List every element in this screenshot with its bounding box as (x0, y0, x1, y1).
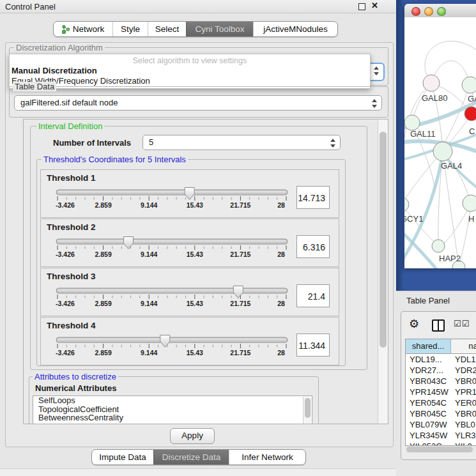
svg-text:28: 28 (277, 349, 285, 357)
tab-network[interactable]: Network (54, 22, 112, 36)
svg-text:28: 28 (277, 300, 285, 307)
panel-title: Control Panel (5, 2, 56, 12)
number-of-intervals-combobox[interactable]: 5 (142, 135, 341, 150)
network-node[interactable] (423, 75, 440, 91)
table-horizontal-scrollbar[interactable] (405, 446, 476, 453)
table-row[interactable]: YBL079WYBL0 (406, 420, 476, 431)
split-columns-icon[interactable] (432, 319, 445, 332)
attribute-list-item[interactable]: BetweennessCentrality (33, 413, 312, 422)
close-traffic-light-icon[interactable] (411, 7, 420, 16)
table-panel-title: Table Panel (406, 296, 450, 305)
network-node[interactable] (464, 107, 476, 121)
node-attribute-table[interactable]: shared...na YDL19...YDL1YDR27...YDR2YBR0… (405, 339, 476, 446)
svg-text:2.859: 2.859 (95, 250, 111, 258)
network-window-titlebar[interactable] (404, 4, 476, 18)
table-cell[interactable]: YBL0 (451, 420, 476, 431)
table-row[interactable]: YDR27...YDR2 (406, 365, 476, 376)
network-node[interactable] (404, 197, 409, 211)
table-data-combobox[interactable]: galFiltered.sif default node (14, 95, 382, 111)
table-cell[interactable]: YPR145W (406, 387, 451, 398)
list-scrollbar[interactable] (303, 397, 311, 424)
tab-discretize-data[interactable]: Discretize Data (153, 450, 229, 464)
threshold-value-field[interactable]: 6.316 (296, 235, 330, 258)
zoom-traffic-light-icon[interactable] (437, 7, 446, 16)
apply-button[interactable]: Apply (170, 428, 215, 444)
table-cell[interactable]: YDL1 (451, 355, 476, 365)
network-node[interactable] (433, 142, 452, 161)
table-cell[interactable]: YLR345W (406, 431, 451, 441)
tab-select[interactable]: Select (148, 22, 186, 36)
table-cell[interactable]: YBL079W (406, 420, 451, 431)
thresholds-group-title: Threshold's Coordinates for 5 Intervals (42, 155, 188, 164)
settings-scroll-area: Interval Definition Number of Intervals … (23, 119, 388, 424)
table-row[interactable]: YLR345WYLR3 (406, 431, 476, 441)
threshold-slider[interactable]: -3.4262.8599.14415.4321.71528 (55, 234, 298, 263)
tab-style[interactable]: Style (112, 22, 148, 36)
table-cell[interactable]: YBR043C (406, 376, 451, 387)
network-node[interactable] (463, 195, 476, 211)
table-cell[interactable]: YBR045C (406, 409, 451, 420)
network-node-label: GA (468, 94, 476, 104)
svg-text:-3.426: -3.426 (56, 349, 75, 357)
table-row[interactable]: YDL19...YDL1 (406, 355, 476, 365)
table-cell[interactable]: YER054C (406, 398, 451, 409)
table-cell[interactable]: YBR0 (451, 376, 476, 387)
table-cell[interactable]: YER0 (451, 398, 476, 409)
network-node-label: GCY1 (404, 214, 423, 224)
screen: { "colors":{ "group_title_green":"#1fba1… (0, 0, 476, 476)
table-cell[interactable]: YDL19... (406, 355, 451, 365)
attribute-list-item[interactable]: TopologicalCoefficient (33, 405, 312, 414)
table-row[interactable]: YIL052CYIL0 (406, 441, 476, 446)
table-cell[interactable]: YIL0 (451, 441, 476, 446)
table-row[interactable]: YER054CYER0 (406, 398, 476, 409)
table-cell[interactable]: YDR27... (406, 365, 451, 376)
threshold-slider[interactable]: -3.4262.8599.14415.4321.71528 (55, 185, 298, 213)
tab-infer-network[interactable]: Infer Network (229, 450, 305, 464)
numerical-attributes-label: Numerical Attributes (35, 383, 116, 393)
gear-icon[interactable]: ⚙ (409, 317, 419, 331)
numerical-attributes-list[interactable]: SelfLoopsTopologicalCoefficientBetweenne… (33, 395, 312, 424)
threshold-label: Threshold 4 (47, 321, 96, 330)
minimize-traffic-light-icon[interactable] (424, 7, 433, 16)
svg-text:2.859: 2.859 (95, 300, 111, 307)
threshold-label: Threshold 3 (47, 272, 96, 281)
combo-stepper-icon (330, 139, 336, 148)
tab-impute-data[interactable]: Impute Data (92, 450, 153, 464)
table-row[interactable]: YPR145WYPR1 (406, 387, 476, 398)
network-node[interactable] (462, 77, 476, 93)
table-cell[interactable]: YBR0 (451, 409, 476, 420)
column-checkboxes-icon[interactable]: ☑☑ (454, 319, 470, 328)
control-panel-titlebar: Control Panel ✕ (0, 0, 396, 13)
threshold-value-field[interactable]: 21.4 (296, 284, 330, 307)
float-window-icon[interactable] (358, 3, 365, 10)
tab-cyni-toolbox[interactable]: Cyni Toolbox (186, 22, 253, 36)
threshold-slider[interactable]: -3.4262.8599.14415.4321.71528 (55, 333, 298, 361)
tab-jactivemnodules[interactable]: jActiveMNodules (253, 22, 337, 36)
table-panel-header: Table Panel (396, 291, 476, 311)
threshold-label: Threshold 1 (47, 173, 96, 183)
table-cell[interactable]: YLR3 (451, 431, 476, 441)
network-node[interactable] (432, 240, 445, 252)
threshold-value-field[interactable]: 14.713 (296, 186, 330, 209)
threshold-slider[interactable]: -3.4262.8599.14415.4321.71528 (55, 284, 298, 312)
network-graph[interactable]: GAL80GACGAL11GAL4GCY1HHAP2 (404, 17, 476, 268)
dropdown-option[interactable]: Manual Discretization (12, 66, 97, 75)
column-header[interactable]: shared... (406, 339, 451, 354)
network-node[interactable] (404, 115, 420, 130)
table-cell[interactable]: YDR2 (451, 365, 476, 376)
network-node-label: HAP2 (439, 254, 461, 263)
column-header[interactable]: na (451, 339, 476, 354)
close-icon[interactable]: ✕ (371, 1, 378, 10)
network-node-label: GAL80 (422, 93, 447, 103)
table-row[interactable]: YBR045CYBR0 (406, 409, 476, 420)
network-canvas[interactable]: GAL80GACGAL11GAL4GCY1HHAP2 (404, 17, 476, 268)
table-cell[interactable]: YIL052C (406, 441, 451, 446)
network-node-label: GAL4 (441, 161, 462, 171)
attribute-list-item[interactable]: SelfLoops (33, 396, 312, 405)
svg-text:21.715: 21.715 (230, 250, 250, 258)
settings-scrollbar[interactable] (378, 119, 388, 424)
threshold-value-field[interactable]: 11.344 (296, 334, 330, 357)
table-panel: ⚙ ☑☑ shared...na YDL19...YDL1YDR27...YDR… (401, 311, 476, 460)
table-cell[interactable]: YPR1 (451, 387, 476, 398)
table-row[interactable]: YBR043CYBR0 (406, 376, 476, 387)
